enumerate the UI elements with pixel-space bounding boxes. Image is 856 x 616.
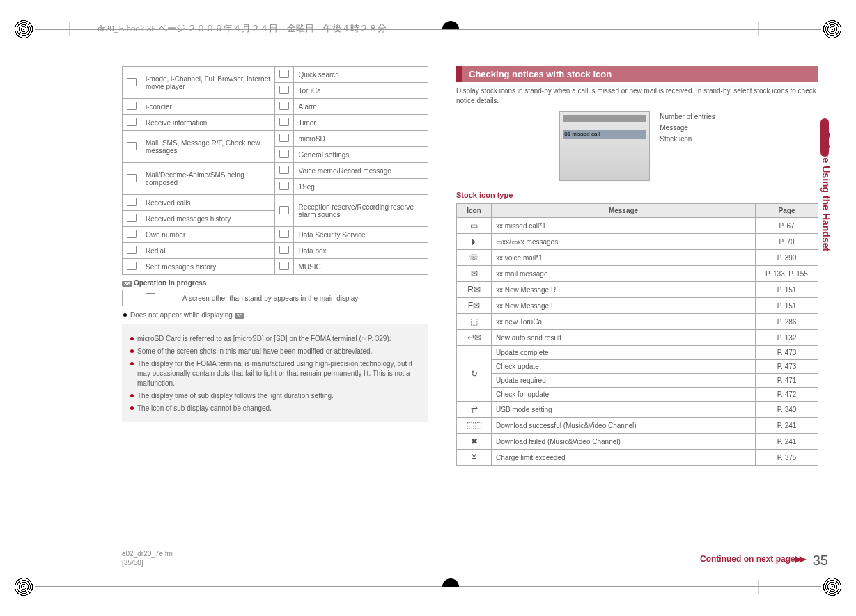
table-cell: Charge limit exceeded [492,450,756,466]
feature-icon [127,78,137,86]
table-cell: Sent messages history [141,259,275,275]
left-column: i-mode, i-Channel, Full Browser, Interne… [122,66,428,466]
table-cell: 1Seg [294,179,428,195]
chapter-tab: Before Using the Handset [820,118,832,251]
messages-icon: ⏵ [470,237,478,246]
feature-icon [127,174,137,182]
feature-icon [127,214,137,222]
download-fail-icon: ✖ [471,436,478,446]
table-cell: i-concier [141,99,275,115]
annotation-label: Message [660,123,715,134]
message-r-icon: R✉ [467,285,481,294]
stock-icon-table: Icon Message Page ▭xx missed call*1P. 67… [456,203,818,466]
list-item: The icon of sub display cannot be change… [129,404,421,413]
crop-line [35,586,821,587]
crop-cross-icon [752,580,765,594]
table-cell: xx missed call*1 [492,218,756,234]
table-cell: xx mail message [492,266,756,282]
crop-mark-icon [14,19,33,39]
usb-icon: ⇄ [471,404,478,414]
table-cell: New auto send result [492,330,756,346]
feature-icon [279,86,289,94]
feature-icon [279,182,289,190]
annotation-labels: Number of entries Message Stock icon [660,111,715,145]
update-icon: ↻ [471,369,478,379]
table-cell: Mail/Decome-Anime/SMS being composed [141,163,275,195]
table-cell: MUSIC [294,259,428,275]
registration-icon [442,21,459,38]
table-cell: xx new ToruCa [492,314,756,330]
feature-icon [279,166,289,174]
crop-mark-icon [823,19,842,39]
list-item: The display for the FOMA terminal is man… [129,359,421,388]
table-cell: Update required [492,374,756,388]
missed-call-icon: ▭ [470,221,478,230]
table-cell: P. 241 [756,418,818,434]
registration-icon [442,578,459,595]
table-cell: A screen other than stand-by appears in … [178,290,428,306]
voicemail-icon: ☏ [469,253,479,262]
table-cell: P. 340 [756,402,818,418]
table-header: Page [756,204,818,218]
table-cell: ToruCa [294,83,428,99]
table-cell: General settings [294,147,428,163]
message-f-icon: F✉ [468,301,480,310]
table-cell: P. 473 [756,346,818,360]
table-cell: Quick search [294,67,428,83]
table-cell: xx voice mail*1 [492,250,756,266]
table-header: Message [492,204,756,218]
section-body: Display stock icons in stand-by when a c… [456,86,818,106]
charge-limit-icon: ¥ [472,452,476,462]
mail-icon: ✉ [471,269,478,278]
table-cell: Check update [492,360,756,374]
feature-icon [279,262,289,270]
table-cell: Voice memo/Record message [294,163,428,179]
table-cell: Redial [141,243,275,259]
operation-heading: 36Operation in progress [122,279,428,287]
table-cell: xx New Message F [492,298,756,314]
crop-mark-icon [823,577,842,597]
table-cell: Check for update [492,388,756,402]
autosend-icon: ↩✉ [467,333,481,342]
table-cell: P. 241 [756,434,818,450]
page-number: 35 [813,553,828,569]
right-column: Checking notices with stock icon Display… [456,66,818,466]
table-cell: P. 375 [756,450,818,466]
feature-icon [127,118,137,126]
feature-icon [146,293,155,301]
table-cell: Received calls [141,195,275,211]
feature-icon [279,102,289,110]
annotation-label: Number of entries [660,111,715,123]
numbered-badge-icon: 36 [122,281,132,287]
table-cell: P. 151 [756,298,818,314]
feature-icon [127,230,137,238]
table-cell: Received messages history [141,211,275,227]
feature-icon [127,262,137,270]
table-cell: P. 390 [756,250,818,266]
table-cell: P. 133, P. 155 [756,266,818,282]
annotated-screenshot: 01 missed call Number of entries Message… [456,111,818,181]
multitask-icon-table: i-mode, i-Channel, Full Browser, Interne… [122,66,428,275]
feature-icon [279,134,289,142]
list-item: Some of the screen shots in this manual … [129,347,421,356]
table-cell: P. 473 [756,360,818,374]
table-cell: P. 132 [756,330,818,346]
crop-cross-icon [63,22,77,36]
table-cell: Data box [294,243,428,259]
download-ok-icon: ⬚⬚ [467,420,482,430]
feature-icon [279,70,289,78]
operation-note-list: Does not appear while displaying 35. [122,310,428,320]
feature-icon [127,246,137,254]
numbered-badge-icon: 35 [235,313,245,319]
table-cell: microSD [294,131,428,147]
footer-fm-info: e02_dr20_7e.fm [35/50] [122,549,173,567]
arrows-icon [795,554,804,564]
table-cell: P. 70 [756,234,818,250]
feature-icon [127,198,137,206]
phone-screenshot: 01 missed call [559,111,650,181]
table-cell: ▭xx/▭xx messages [492,234,756,250]
table-cell: P. 151 [756,282,818,298]
stock-icon-type-heading: Stock icon type [456,191,818,199]
table-cell: Timer [294,115,428,131]
table-cell: i-mode, i-Channel, Full Browser, Interne… [141,67,275,99]
